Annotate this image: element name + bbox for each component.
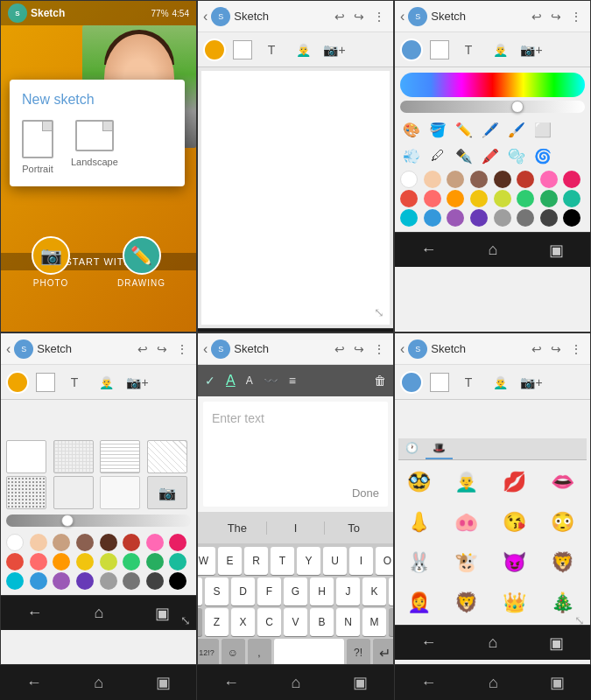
key-period[interactable]: ?!: [347, 639, 370, 665]
key-r[interactable]: R: [244, 547, 268, 575]
key-enter[interactable]: ↵: [373, 639, 395, 665]
brush-tool[interactable]: [203, 38, 226, 61]
undo-icon-4[interactable]: ↩: [137, 342, 148, 356]
sticker-mustache[interactable]: 👨‍🦳: [447, 464, 487, 500]
pattern-grid-item[interactable]: [53, 440, 94, 473]
global-recents-1[interactable]: ▣: [156, 673, 171, 692]
sticker-tab-hats[interactable]: 🎩: [426, 438, 453, 459]
color-swatch[interactable]: [517, 171, 534, 188]
key-m[interactable]: M: [362, 608, 386, 636]
key-b[interactable]: B: [310, 608, 334, 636]
sticker-crown[interactable]: 👑: [495, 584, 535, 621]
back-icon-2[interactable]: ‹: [203, 9, 208, 24]
sticker-tool[interactable]: 👨‍🦳: [291, 38, 315, 62]
key-o[interactable]: O: [376, 547, 394, 575]
pattern-color-swatch[interactable]: [169, 534, 186, 551]
pattern-color-swatch[interactable]: [100, 572, 117, 590]
color-swatch[interactable]: [424, 171, 441, 188]
text-tool-3[interactable]: T: [456, 38, 481, 62]
key-d[interactable]: D: [231, 578, 255, 606]
recents-btn-6[interactable]: ▣: [549, 634, 564, 653]
sticker-pig-nose[interactable]: 🐽: [447, 504, 487, 541]
back-btn-6[interactable]: ←: [421, 634, 437, 652]
key-c[interactable]: C: [257, 608, 281, 636]
pattern-color-swatch[interactable]: [146, 553, 164, 570]
eraser-icon[interactable]: ⬜: [531, 118, 554, 141]
pattern-cross[interactable]: [53, 476, 94, 509]
pattern-color-swatch[interactable]: [76, 572, 94, 590]
pattern-color-swatch[interactable]: [169, 572, 186, 590]
color-swatch[interactable]: [424, 209, 441, 227]
pattern-photo[interactable]: 📷: [147, 476, 187, 509]
pattern-color-swatch[interactable]: [123, 534, 140, 551]
redo-icon-3[interactable]: ↪: [551, 10, 561, 24]
key-n[interactable]: N: [336, 608, 360, 636]
back-btn-3[interactable]: ←: [421, 241, 437, 259]
color-swatch[interactable]: [400, 171, 418, 188]
sticker-lips-red[interactable]: 💋: [495, 464, 535, 500]
color-square[interactable]: [233, 40, 252, 60]
sticker-cow-horns[interactable]: 🐮: [447, 544, 487, 581]
pattern-color-swatch[interactable]: [30, 534, 47, 551]
pattern-color-swatch[interactable]: [53, 553, 70, 570]
key-s[interactable]: S: [205, 578, 229, 606]
redo-icon-6[interactable]: ↪: [551, 342, 561, 356]
global-recents-2[interactable]: ▣: [353, 673, 368, 692]
color-swatch[interactable]: [494, 209, 511, 227]
key-k[interactable]: K: [362, 578, 386, 606]
more-icon-6[interactable]: ⋮: [570, 342, 582, 356]
redo-icon-4[interactable]: ↪: [157, 342, 167, 356]
color-swatch[interactable]: [540, 209, 558, 227]
delete-text-btn[interactable]: 🗑: [374, 374, 386, 388]
color-swatch[interactable]: [470, 190, 488, 207]
color-swatch[interactable]: [447, 190, 464, 207]
camera-tool[interactable]: 📷+: [322, 38, 347, 62]
text-edit-area[interactable]: Enter text Done: [203, 402, 388, 507]
sticker-afro[interactable]: 🦁: [447, 584, 487, 621]
back-btn-4[interactable]: ←: [27, 604, 43, 622]
color-swatch[interactable]: [540, 171, 558, 188]
canvas-area[interactable]: ⤡: [201, 71, 390, 325]
sticker-blush[interactable]: 😳: [542, 504, 582, 541]
sticker-red-hair[interactable]: 👩‍🦰: [398, 584, 439, 621]
text-align-btn[interactable]: ≡: [289, 374, 296, 388]
sticker-tool-6[interactable]: 👨‍🦳: [488, 370, 512, 395]
camera-tool-3[interactable]: 📷+: [519, 38, 544, 62]
brush-tool-3[interactable]: [400, 38, 423, 61]
pen-icon[interactable]: 🖊️: [479, 118, 502, 141]
sticker-beard[interactable]: 🥸: [398, 464, 439, 500]
pattern-color-swatch[interactable]: [169, 553, 186, 570]
key-u[interactable]: U: [323, 547, 347, 575]
key-e[interactable]: E: [218, 547, 242, 575]
color-swatch[interactable]: [517, 190, 534, 207]
global-recents-3[interactable]: ▣: [550, 673, 565, 692]
color-swatch[interactable]: [400, 209, 418, 227]
suggestion-2[interactable]: To: [325, 522, 383, 535]
sticker-tool-4[interactable]: 👨‍🦳: [94, 370, 118, 395]
highlight-icon[interactable]: 🖍️: [479, 144, 502, 167]
sticker-mouth[interactable]: 👄: [542, 464, 582, 500]
pattern-color-swatch[interactable]: [6, 553, 24, 570]
color-swatch[interactable]: [563, 190, 580, 207]
color-swatch[interactable]: [470, 171, 488, 188]
home-btn-4[interactable]: ⌂: [95, 604, 104, 622]
pattern-color-swatch[interactable]: [76, 553, 94, 570]
pattern-color-swatch[interactable]: [76, 534, 94, 551]
global-home-2[interactable]: ⌂: [292, 674, 301, 692]
sticker-lion[interactable]: 🦁: [542, 544, 582, 581]
key-h[interactable]: H: [310, 578, 334, 606]
pattern-color-swatch[interactable]: [30, 553, 47, 570]
pattern-lines[interactable]: [100, 440, 140, 473]
color-swatch[interactable]: [494, 190, 511, 207]
color-swatch[interactable]: [540, 190, 558, 207]
pattern-plain[interactable]: [6, 440, 46, 473]
drawing-action[interactable]: ✏️ DRAWING: [117, 236, 165, 288]
font-color-btn[interactable]: A: [226, 373, 236, 388]
key-comma[interactable]: ,: [248, 639, 271, 665]
pattern-color-swatch[interactable]: [30, 572, 47, 590]
thin-pen-icon[interactable]: ✒️: [453, 144, 475, 167]
text-style-btn[interactable]: 〰️: [264, 374, 278, 388]
key-z[interactable]: Z: [205, 608, 229, 636]
sticker-tab-recent[interactable]: 🕐: [398, 438, 426, 459]
spray-icon[interactable]: 💨: [400, 144, 423, 167]
